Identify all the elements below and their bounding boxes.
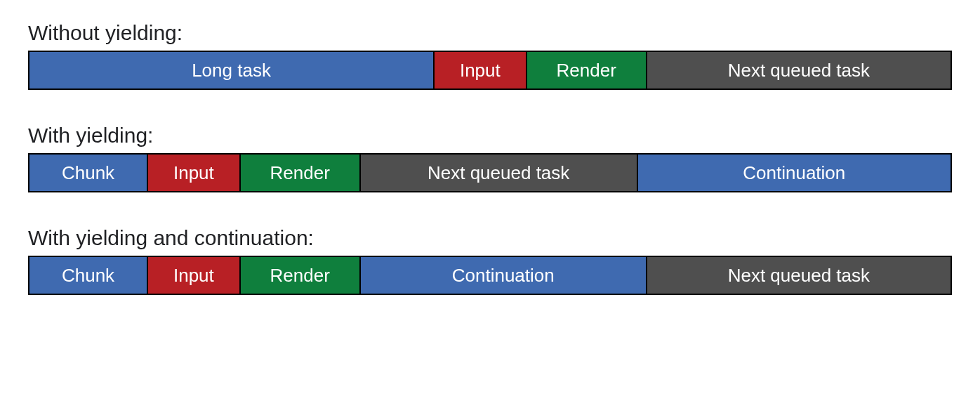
- section-title: With yielding and continuation:: [28, 226, 952, 250]
- task-bar: ChunkInputRenderContinuationNext queued …: [28, 256, 952, 295]
- task-segment: Continuation: [638, 153, 952, 192]
- task-segment: Chunk: [28, 153, 148, 192]
- diagram-root: Without yielding:Long taskInputRenderNex…: [28, 21, 952, 295]
- task-segment: Continuation: [361, 256, 647, 295]
- task-segment: Render: [527, 51, 647, 90]
- section: Without yielding:Long taskInputRenderNex…: [28, 21, 952, 90]
- section: With yielding:ChunkInputRenderNext queue…: [28, 124, 952, 192]
- task-bar: ChunkInputRenderNext queued taskContinua…: [28, 153, 952, 192]
- task-segment: Input: [148, 256, 241, 295]
- task-segment: Render: [241, 153, 361, 192]
- section-title: Without yielding:: [28, 21, 952, 45]
- section-title: With yielding:: [28, 124, 952, 148]
- section: With yielding and continuation:ChunkInpu…: [28, 226, 952, 295]
- task-segment: Input: [435, 51, 527, 90]
- task-segment: Next queued task: [647, 51, 952, 90]
- task-segment: Long task: [28, 51, 435, 90]
- task-segment: Next queued task: [647, 256, 952, 295]
- task-segment: Chunk: [28, 256, 148, 295]
- task-bar: Long taskInputRenderNext queued task: [28, 51, 952, 90]
- task-segment: Next queued task: [361, 153, 638, 192]
- task-segment: Input: [148, 153, 241, 192]
- task-segment: Render: [241, 256, 361, 295]
